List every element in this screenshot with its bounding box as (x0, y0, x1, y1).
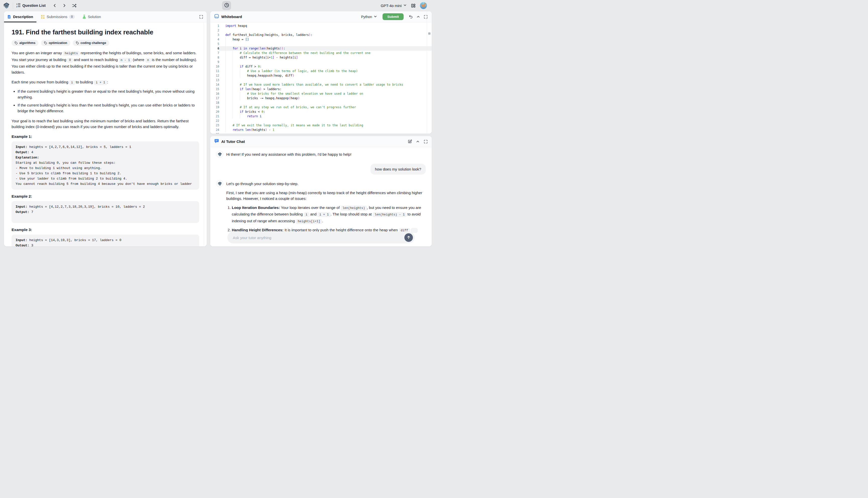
example-line: - Use 5 bricks to climb from building 1 … (16, 171, 195, 176)
tag-icon (44, 41, 47, 45)
tag-icon (15, 41, 18, 45)
code-token: ) (309, 33, 311, 37)
inline-code: i (69, 80, 75, 85)
code-line-content: if bricks < 0: (219, 109, 432, 114)
top-bar: 12 Question List GPT-4o mini (0, 0, 434, 11)
user-avatar[interactable] (420, 2, 427, 9)
indent-guide (240, 91, 247, 96)
chat-panel: AI Tutor Chat Hi there! If you need any … (210, 136, 432, 247)
shuffle-button[interactable] (72, 3, 77, 8)
code-line-content: heapq.heappush(heap, diff) (219, 73, 432, 78)
next-question-button[interactable] (62, 3, 66, 8)
tab-solution[interactable]: Solution (79, 11, 104, 22)
layout-panels-button[interactable] (411, 3, 416, 8)
tab-label: Solution (88, 15, 101, 19)
tab-submissions[interactable]: Submissions0 (37, 11, 78, 22)
code-token: i (238, 47, 244, 50)
indent-guide (225, 60, 233, 64)
indent-guide (225, 46, 233, 51)
code-line: 8diff = heights[i+1] - heights[i] (210, 55, 432, 60)
description-icon (7, 15, 11, 19)
new-chat-button[interactable] (408, 140, 412, 144)
code-token: # If at any step we run out of bricks, w… (240, 105, 356, 109)
line-number: 1 (210, 24, 219, 28)
code-line: 1import heapq (210, 24, 432, 28)
code-line-content (219, 119, 432, 123)
fullscreen-button[interactable] (424, 140, 428, 144)
submit-button[interactable]: Submit (382, 13, 404, 20)
inline-code: len(heights) (341, 206, 367, 210)
solution-icon (82, 15, 86, 19)
model-label: GPT-4o mini (381, 3, 402, 8)
indent-guide (225, 87, 233, 91)
submissions-icon (41, 15, 45, 19)
language-selector[interactable]: Python (361, 15, 377, 19)
app-logo-icon[interactable] (3, 2, 10, 9)
code-line-content (219, 42, 432, 46)
code-line-content: import heapq (219, 24, 432, 28)
svg-text:2: 2 (16, 5, 17, 8)
chat-input[interactable] (232, 235, 404, 240)
example-line: Output: 3 (16, 243, 195, 247)
code-line-content (219, 28, 432, 32)
indent-guide (240, 73, 247, 78)
example-block-2: Input: heights = [4,12,2,7,3,18,20,3,19]… (12, 201, 199, 223)
example-heading: Example 3: (12, 227, 199, 232)
bold-text: Input: (16, 205, 27, 209)
prev-question-button[interactable] (53, 3, 57, 8)
bold-text: Explanation: (16, 156, 39, 159)
model-selector[interactable]: GPT-4o mini (381, 3, 407, 8)
question-list-button[interactable]: 12 Question List (16, 3, 46, 8)
code-editor[interactable]: 1import heapq23def furthest_building(hei… (210, 22, 432, 134)
editor-scroll-thumb[interactable] (428, 32, 431, 35)
inline-code: i + 1 (94, 80, 107, 85)
inline-code (411, 228, 418, 233)
code-token: [ (292, 56, 294, 59)
collapse-button[interactable] (416, 140, 420, 143)
line-number: 14 (210, 82, 219, 87)
rule-item: If the current building's height is grea… (17, 88, 199, 100)
code-token: heap = (233, 38, 245, 41)
line-number: 7 (210, 51, 219, 55)
indent-guide (233, 64, 240, 69)
tag-list: algorithmsoptimizationcoding challenge (12, 40, 199, 46)
inline-code: i + 1 (317, 212, 330, 217)
fullscreen-button[interactable] (199, 15, 203, 19)
code-token (247, 47, 249, 50)
code-token: : (283, 47, 285, 50)
send-button[interactable] (404, 233, 413, 242)
code-token: # Use bricks for the smallest elevation … (247, 92, 363, 95)
tab-description[interactable]: Description (4, 11, 36, 22)
code-token: [] (245, 38, 249, 41)
indent-guide (240, 114, 247, 119)
whiteboard-panel: Whiteboard Python Submit 1import heapq23… (210, 11, 432, 134)
line-number: 3 (210, 32, 219, 37)
indent-guide (225, 109, 233, 114)
list-item: Loop Iteration Boundaries: Your loop ite… (232, 205, 426, 225)
code-line-content: # If at any step we run out of bricks, w… (219, 105, 432, 109)
chat-input-bar (227, 232, 415, 243)
example-line: You cannot reach building 5 from buildin… (16, 181, 195, 187)
undo-button[interactable] (409, 15, 413, 19)
user-message: how does my solution look? (216, 164, 426, 174)
chevron-down-icon (403, 3, 407, 8)
fullscreen-button[interactable] (424, 15, 428, 19)
panel-title: Whiteboard (221, 15, 242, 19)
code-token: ( (289, 96, 291, 100)
code-line: 14# If we have used more ladders than av… (210, 82, 432, 87)
code-line: 11# Use a ladder (in terms of logic, add… (210, 69, 432, 73)
message-content: Hi there! If you need any assistance wit… (226, 151, 426, 158)
indent-guide (233, 69, 240, 73)
collapse-button[interactable] (417, 15, 420, 18)
code-line: 20if bricks < 0: (210, 109, 432, 114)
problem-description: 191. Find the farthest building index re… (4, 22, 207, 246)
indent-guide (240, 69, 247, 73)
indent-guide (225, 78, 233, 82)
code-line-content: def furthest_building(heights, bricks, l… (219, 32, 432, 37)
bold-text: Handling Height Differences: (232, 228, 284, 232)
inline-code: n (145, 58, 151, 63)
timer-button[interactable] (222, 1, 231, 10)
tag-pill: optimization (41, 40, 70, 46)
chat-bubble-icon (214, 139, 219, 144)
code-token: for (233, 47, 238, 50)
